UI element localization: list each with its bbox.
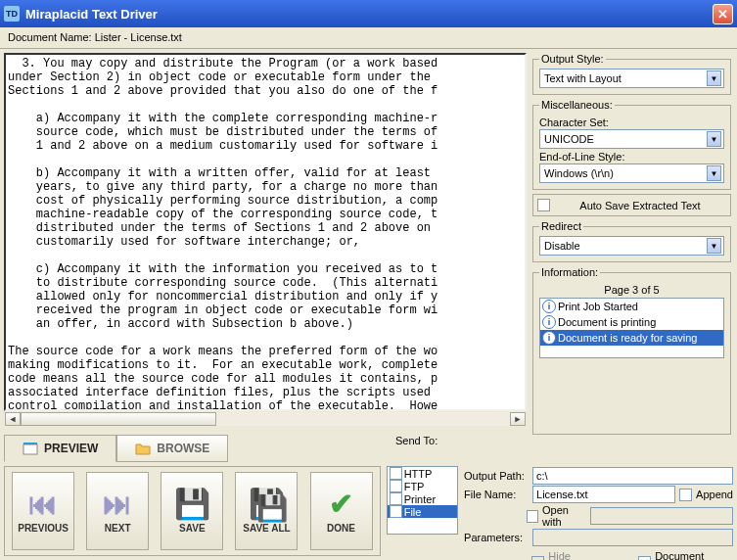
info-icon: i xyxy=(542,300,556,313)
scroll-thumb[interactable] xyxy=(21,412,216,426)
sendto-label: Send To: xyxy=(395,435,470,446)
sendto-label-cell: Send To: xyxy=(393,435,472,462)
hidewindow-checkbox xyxy=(531,556,544,561)
save-label: SAVE xyxy=(179,523,206,534)
sendto-item-label: HTTP xyxy=(404,468,433,480)
tab-preview[interactable]: PREVIEW xyxy=(4,435,116,462)
info-item[interactable]: i Document is printing xyxy=(540,314,723,330)
charset-label: Character Set: xyxy=(539,117,724,128)
save-icon: 💾 xyxy=(174,490,210,519)
close-button[interactable]: ✕ xyxy=(713,4,733,24)
filename-input[interactable] xyxy=(532,486,675,503)
info-icon: i xyxy=(542,315,556,329)
redirect-legend: Redirect xyxy=(539,220,583,232)
charset-value: UNICODE xyxy=(544,133,594,145)
redirect-group: Redirect Disable ▼ xyxy=(532,220,731,262)
window-title: Miraplacid Text Driver xyxy=(25,7,713,22)
sendto-item-label: FTP xyxy=(404,481,425,492)
redirect-combo[interactable]: Disable ▼ xyxy=(539,236,724,256)
eol-combo[interactable]: Windows (\r\n) ▼ xyxy=(539,163,724,183)
chevron-down-icon[interactable]: ▼ xyxy=(707,131,721,147)
scroll-right-button[interactable]: ► xyxy=(510,412,526,426)
eol-value: Windows (\r\n) xyxy=(544,167,614,179)
append-checkbox[interactable] xyxy=(679,489,692,501)
chevron-down-icon[interactable]: ▼ xyxy=(707,165,721,181)
preview-text: 3. You may copy and distribute the Progr… xyxy=(4,53,527,411)
output-style-value: Text with Layout xyxy=(544,72,622,84)
output-path-input[interactable] xyxy=(532,467,733,485)
info-item-label: Print Job Started xyxy=(558,301,638,312)
documentname-label: Document name xyxy=(655,550,733,560)
app-icon: TD xyxy=(4,6,20,22)
preview-scrollbar-horizontal[interactable]: ◄ ► xyxy=(4,411,527,427)
openwith-input xyxy=(590,507,733,525)
page-indicator: Page 3 of 5 xyxy=(539,282,724,298)
saveall-button[interactable]: 💾💾 SAVE ALL xyxy=(235,472,298,550)
saveall-icon: 💾💾 xyxy=(249,490,285,519)
previous-label: PREVIOUS xyxy=(18,523,69,534)
info-item[interactable]: i Document is ready for saving xyxy=(540,330,723,346)
info-icon: i xyxy=(542,331,556,345)
sendto-checkbox[interactable] xyxy=(390,492,402,505)
tab-preview-label: PREVIEW xyxy=(44,442,98,455)
autosave-checkbox[interactable] xyxy=(537,199,550,211)
sendto-list[interactable]: HTTP FTP Printer ✓File xyxy=(387,466,458,535)
previous-icon: ⏮ xyxy=(28,490,58,519)
done-button[interactable]: ✔ DONE xyxy=(310,472,373,550)
output-style-combo[interactable]: Text with Layout ▼ xyxy=(539,69,724,88)
miscellaneous-legend: Miscellaneous: xyxy=(539,99,615,111)
preview-icon xyxy=(23,442,38,455)
save-button[interactable]: 💾 SAVE xyxy=(161,472,223,550)
sendto-item-file[interactable]: ✓File xyxy=(388,505,457,518)
next-button[interactable]: ⏭ NEXT xyxy=(86,472,149,550)
openwith-checkbox[interactable] xyxy=(527,510,538,523)
folder-icon xyxy=(135,442,151,455)
info-item-label: Document is ready for saving xyxy=(558,332,697,344)
documentname-checkbox[interactable]: ✓ xyxy=(638,556,651,561)
sendto-item-label: File xyxy=(404,506,422,518)
chevron-down-icon[interactable]: ▼ xyxy=(707,238,721,254)
sendto-item-label: Printer xyxy=(404,493,436,505)
tab-browse-label: BROWSE xyxy=(157,442,209,455)
info-item[interactable]: i Print Job Started xyxy=(540,299,723,314)
sendto-checkbox[interactable]: ✓ xyxy=(390,505,402,518)
sendto-checkbox[interactable] xyxy=(390,467,402,480)
sendto-item-ftp[interactable]: FTP xyxy=(388,480,457,492)
output-style-group: Output Style: Text with Layout ▼ xyxy=(532,53,731,95)
scroll-track[interactable] xyxy=(21,412,510,426)
eol-label: End-of-Line Style: xyxy=(539,151,724,163)
chevron-down-icon[interactable]: ▼ xyxy=(707,70,721,86)
sendto-item-printer[interactable]: Printer xyxy=(388,492,457,505)
miscellaneous-group: Miscellaneous: Character Set: UNICODE ▼ … xyxy=(532,99,731,190)
sendto-checkbox[interactable] xyxy=(390,480,402,492)
next-icon: ⏭ xyxy=(103,490,132,519)
information-legend: Information: xyxy=(539,266,600,278)
output-settings: Output Path: File Name: Append Open with… xyxy=(464,466,733,556)
document-name-bar: Document Name: Lister - License.txt xyxy=(0,27,737,49)
parameters-label: Parameters: xyxy=(464,532,529,543)
hidewindow-label: Hide Window xyxy=(548,550,611,560)
information-group: Information: Page 3 of 5 i Print Job Sta… xyxy=(532,266,731,435)
autosave-label: Auto Save Extracted Text xyxy=(554,200,726,211)
document-name-label: Document Name: xyxy=(8,31,92,43)
info-item-label: Document is printing xyxy=(558,316,656,328)
next-label: NEXT xyxy=(105,523,131,534)
filename-label: File Name: xyxy=(464,489,529,500)
svg-rect-0 xyxy=(23,444,37,454)
output-path-label: Output Path: xyxy=(464,470,529,482)
tab-browse[interactable]: BROWSE xyxy=(116,435,228,462)
sendto-item-http[interactable]: HTTP xyxy=(388,467,457,480)
checkmark-icon: ✔ xyxy=(329,490,353,519)
titlebar: TD Miraplacid Text Driver ✕ xyxy=(0,0,737,27)
redirect-value: Disable xyxy=(544,240,580,252)
document-name-value: Lister - License.txt xyxy=(95,31,182,43)
previous-button[interactable]: ⏮ PREVIOUS xyxy=(12,472,74,550)
information-list[interactable]: i Print Job Started i Document is printi… xyxy=(539,298,724,358)
saveall-label: SAVE ALL xyxy=(243,523,290,534)
openwith-label: Open with xyxy=(542,504,586,528)
charset-combo[interactable]: UNICODE ▼ xyxy=(539,129,724,149)
scroll-left-button[interactable]: ◄ xyxy=(5,412,21,426)
output-style-legend: Output Style: xyxy=(539,53,606,65)
append-label: Append xyxy=(696,489,733,500)
action-panel: ⏮ PREVIOUS ⏭ NEXT 💾 SAVE 💾💾 SAVE ALL ✔ D… xyxy=(4,466,381,556)
